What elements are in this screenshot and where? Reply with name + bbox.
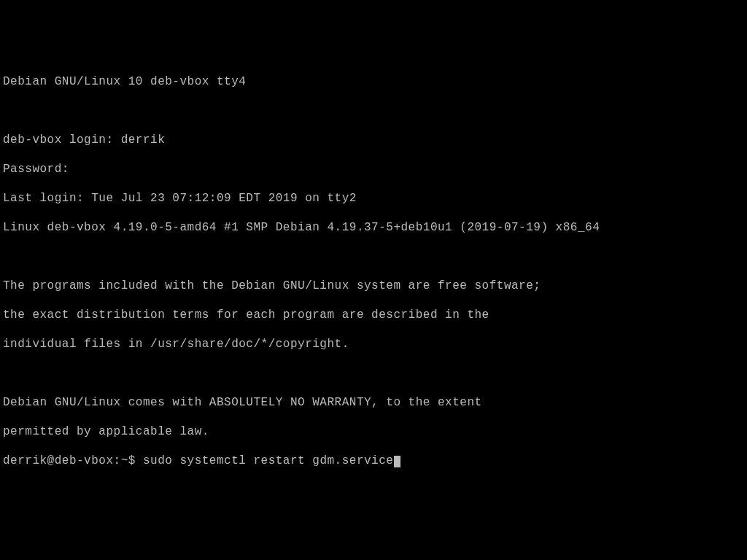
login-username: derrik [121,133,166,147]
motd-line-2: the exact distribution terms for each pr… [3,308,744,322]
login-line: deb-vbox login: derrik [3,133,744,147]
command-line[interactable]: derrik@deb-vbox:~$ sudo systemctl restar… [3,454,744,468]
banner-line: Debian GNU/Linux 10 deb-vbox tty4 [3,74,744,89]
motd-line-3: individual files in /usr/share/doc/*/cop… [3,337,744,351]
login-prompt-label: deb-vbox login: [3,133,121,147]
last-login-line: Last login: Tue Jul 23 07:12:09 EDT 2019… [3,191,744,206]
blank-line [3,249,744,264]
blank-line [3,104,744,118]
terminal-screen[interactable]: Debian GNU/Linux 10 deb-vbox tty4 deb-vb… [3,60,744,560]
shell-prompt: derrik@deb-vbox:~$ [3,454,143,467]
motd-line-4: Debian GNU/Linux comes with ABSOLUTELY N… [3,395,744,410]
blank-line [3,366,744,381]
motd-line-5: permitted by applicable law. [3,424,744,439]
typed-command: sudo systemctl restart gdm.service [143,454,393,467]
kernel-info-line: Linux deb-vbox 4.19.0-5-amd64 #1 SMP Deb… [3,220,744,235]
password-line: Password: [3,162,744,176]
cursor-icon [394,456,400,467]
motd-line-1: The programs included with the Debian GN… [3,279,744,293]
